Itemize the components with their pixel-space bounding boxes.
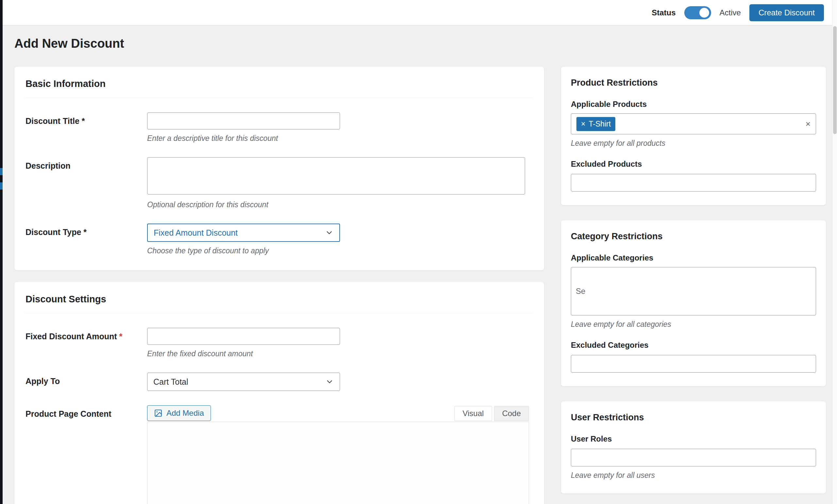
discount-type-help: Choose the type of discount to apply bbox=[147, 247, 533, 255]
applicable-products-field[interactable]: × T-Shirt × bbox=[571, 113, 816, 134]
applicable-categories-label: Applicable Categories bbox=[571, 253, 816, 263]
user-roles-help: Leave empty for all users bbox=[571, 471, 816, 480]
sidebar: Product Restrictions Applicable Products… bbox=[561, 67, 826, 493]
fixed-amount-label-text: Fixed Discount Amount bbox=[25, 332, 117, 341]
product-page-content-label: Product Page Content bbox=[25, 405, 147, 504]
chevron-down-icon bbox=[325, 229, 334, 237]
user-roles-input[interactable] bbox=[571, 449, 816, 466]
discount-title-input[interactable] bbox=[147, 112, 340, 129]
category-restrictions-card: Category Restrictions Applicable Categor… bbox=[561, 220, 826, 386]
status-toggle[interactable] bbox=[684, 6, 711, 19]
card-heading-wrap: Basic Information bbox=[25, 67, 533, 98]
tab-visual[interactable]: Visual bbox=[455, 406, 492, 421]
excluded-products-label: Excluded Products bbox=[571, 160, 816, 169]
add-media-label: Add Media bbox=[166, 409, 204, 418]
card-heading-wrap: Discount Settings bbox=[25, 282, 533, 313]
fixed-amount-label: Fixed Discount Amount * bbox=[25, 328, 147, 358]
scrollbar[interactable] bbox=[832, 0, 837, 504]
discount-type-selected-value: Fixed Amount Discount bbox=[154, 228, 238, 238]
fixed-amount-input[interactable] bbox=[147, 328, 340, 345]
user-restrictions-card: User Restrictions User Roles Leave empty… bbox=[561, 401, 826, 493]
discount-type-label: Discount Type * bbox=[25, 223, 147, 255]
collapsed-admin-sidebar bbox=[0, 0, 3, 504]
editor-toolbar: Add Media Visual Code bbox=[147, 405, 529, 421]
discount-type-select[interactable]: Fixed Amount Discount bbox=[147, 223, 340, 242]
excluded-categories-label: Excluded Categories bbox=[571, 341, 816, 350]
category-restrictions-heading: Category Restrictions bbox=[571, 220, 816, 241]
tag-label: T-Shirt bbox=[588, 120, 611, 128]
tab-code[interactable]: Code bbox=[494, 406, 529, 421]
top-toolbar: Status Active Create Discount bbox=[0, 0, 837, 25]
discount-settings-card: Discount Settings Fixed Discount Amount … bbox=[14, 282, 544, 504]
wysiwyg-editor: Add Media Visual Code bbox=[147, 405, 529, 504]
chevron-down-icon bbox=[325, 378, 334, 386]
product-restrictions-heading: Product Restrictions bbox=[571, 67, 816, 88]
product-page-content-row: Product Page Content Add bbox=[25, 405, 533, 504]
discount-title-help: Enter a descriptive title for this disco… bbox=[147, 134, 533, 143]
admin-menu-active-mark bbox=[0, 168, 3, 175]
clear-field-icon[interactable]: × bbox=[806, 120, 811, 128]
applicable-products-help: Leave empty for all products bbox=[571, 139, 816, 148]
scrollbar-thumb[interactable] bbox=[833, 26, 837, 134]
editor-tabs: Visual Code bbox=[455, 406, 529, 421]
discount-title-label: Discount Title * bbox=[25, 112, 147, 143]
apply-to-row: Apply To Cart Total bbox=[25, 373, 533, 391]
page-title: Add New Discount bbox=[14, 37, 124, 51]
main-column: Basic Information Discount Title * Enter… bbox=[14, 67, 544, 504]
product-restrictions-card: Product Restrictions Applicable Products… bbox=[561, 67, 826, 205]
discount-type-row: Discount Type * Fixed Amount Discount Ch… bbox=[25, 223, 533, 255]
basic-information-heading: Basic Information bbox=[25, 78, 533, 89]
create-discount-button[interactable]: Create Discount bbox=[749, 4, 824, 21]
discount-title-row: Discount Title * Enter a descriptive tit… bbox=[25, 112, 533, 143]
user-restrictions-heading: User Restrictions bbox=[571, 401, 816, 422]
description-textarea[interactable] bbox=[147, 157, 525, 195]
description-label: Description bbox=[25, 157, 147, 209]
applicable-products-label: Applicable Products bbox=[571, 100, 816, 109]
excluded-products-input[interactable] bbox=[571, 174, 816, 192]
apply-to-selected-value: Cart Total bbox=[153, 377, 188, 387]
selected-product-tag: × T-Shirt bbox=[576, 117, 615, 131]
add-media-button[interactable]: Add Media bbox=[147, 405, 211, 421]
apply-to-label: Apply To bbox=[25, 373, 147, 391]
excluded-categories-input[interactable] bbox=[571, 355, 816, 373]
fixed-amount-help: Enter the fixed discount amount bbox=[147, 349, 533, 358]
admin-menu-active-mark bbox=[0, 182, 3, 190]
discount-settings-heading: Discount Settings bbox=[25, 294, 533, 305]
apply-to-select[interactable]: Cart Total bbox=[147, 373, 340, 391]
remove-tag-icon[interactable]: × bbox=[581, 120, 585, 128]
status-state-text: Active bbox=[719, 8, 741, 17]
applicable-categories-help: Leave empty for all categories bbox=[571, 320, 816, 329]
toggle-knob bbox=[699, 8, 709, 18]
media-icon bbox=[154, 409, 162, 417]
categories-search-text: Se bbox=[576, 287, 585, 296]
required-asterisk: * bbox=[119, 332, 123, 341]
user-roles-label: User Roles bbox=[571, 434, 816, 444]
status-label: Status bbox=[652, 8, 676, 17]
description-help: Optional description for this discount bbox=[147, 200, 533, 209]
applicable-categories-field[interactable]: Se bbox=[571, 267, 816, 316]
basic-information-card: Basic Information Discount Title * Enter… bbox=[14, 67, 544, 270]
fixed-amount-row: Fixed Discount Amount * Enter the fixed … bbox=[25, 328, 533, 358]
description-row: Description Optional description for thi… bbox=[25, 157, 533, 209]
editor-content-area[interactable] bbox=[147, 421, 529, 504]
